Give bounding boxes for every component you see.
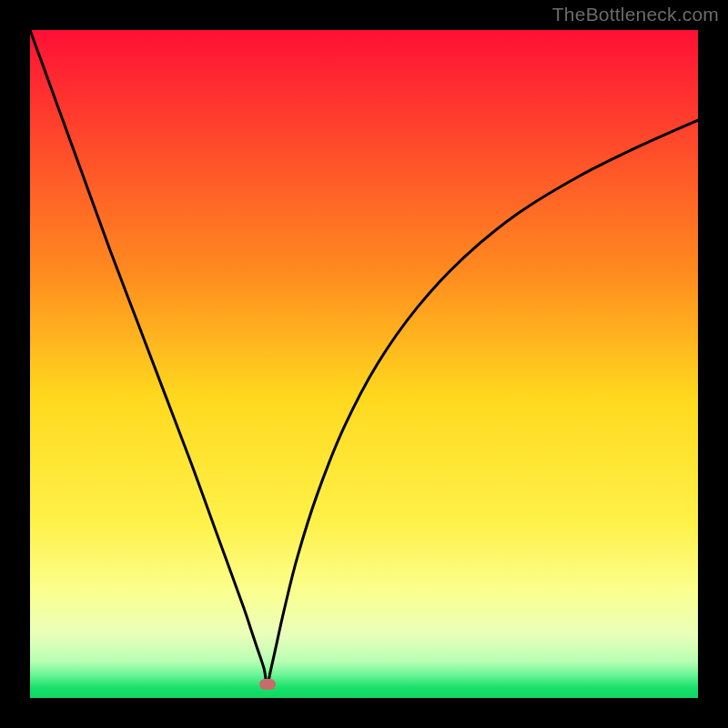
minimum-marker [259,679,276,690]
bottleneck-curve [30,30,698,684]
curve-layer [30,30,698,698]
plot-area [30,30,698,698]
watermark-label: TheBottleneck.com [552,4,719,25]
chart-frame: TheBottleneck.com [0,0,728,728]
